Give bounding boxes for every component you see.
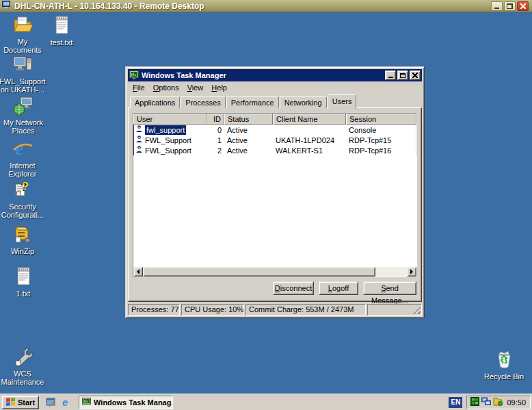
rdp-minimize-button[interactable] <box>491 1 503 11</box>
table-row[interactable]: fwl_support 0 Active Console <box>133 125 416 135</box>
desktop-icon-label: 1.txt <box>16 290 31 298</box>
desktop-icon-test-txt[interactable]: test.txt <box>37 14 86 47</box>
internet-explorer-icon[interactable]: e <box>59 397 70 408</box>
desktop-icon-my-network-places[interactable]: My Network Places <box>0 94 48 135</box>
arrow-right-icon <box>410 269 413 274</box>
desktop-icon-label: WinZip <box>11 247 34 255</box>
language-indicator[interactable]: EN <box>449 397 462 408</box>
desktop-icon-label: test.txt <box>51 38 72 47</box>
arrow-left-icon <box>137 269 139 274</box>
network-connections-icon[interactable] <box>481 397 491 407</box>
horizontal-scrollbar[interactable] <box>133 267 416 277</box>
minimize-icon <box>388 77 393 78</box>
session-id: 0 <box>207 125 224 135</box>
resize-grip[interactable] <box>367 304 422 316</box>
menu-bar: File Options View Help <box>128 81 422 93</box>
window-close-button[interactable] <box>410 71 421 80</box>
security-alert-icon[interactable] <box>493 397 503 407</box>
users-tab-panel: User ID Status Client Name Session fwl_s… <box>128 107 422 302</box>
tab-processes[interactable]: Processes <box>181 97 225 108</box>
desktop-icon-label: FWL_Support on UKATH-... <box>0 77 47 94</box>
scrollbar-thumb[interactable] <box>143 267 375 277</box>
remote-computer-icon <box>12 53 34 75</box>
winzip-icon <box>12 223 34 245</box>
column-header-session[interactable]: Session <box>346 114 416 125</box>
task-button-label: Windows Task Manag... <box>94 398 173 407</box>
column-header-status[interactable]: Status <box>224 114 273 125</box>
session-id: 2 <box>207 146 224 155</box>
close-icon <box>412 73 418 78</box>
rdp-close-button[interactable] <box>517 1 529 11</box>
session-name: Console <box>346 125 416 135</box>
desktop-icon-label: Security Configurati... <box>0 203 47 219</box>
close-icon <box>520 3 526 9</box>
disconnect-button[interactable]: Disconnect <box>273 281 314 295</box>
send-message-button[interactable]: Send Message... <box>363 281 416 295</box>
scroll-right-button[interactable] <box>407 267 416 277</box>
menu-help[interactable]: Help <box>207 83 231 92</box>
menu-view[interactable]: View <box>183 83 208 92</box>
quick-launch: e <box>45 397 70 408</box>
session-status: Active <box>224 146 273 155</box>
taskbar: Start e Windows Task Manag... EN <box>0 394 532 410</box>
desktop-icon-label: Recycle Bin <box>484 372 524 381</box>
desktop-icon-recycle-bin[interactable]: Recycle Bin <box>479 348 529 381</box>
table-row[interactable]: FWL_Support 1 Active UKATH-1LPD024 RDP-T… <box>133 135 416 145</box>
logoff-button[interactable]: Logoff <box>319 281 358 295</box>
window-title: Windows Task Manager <box>142 71 384 79</box>
tab-strip: Applications Processes Performance Netwo… <box>128 94 422 108</box>
lan-connection-icon[interactable] <box>470 397 479 407</box>
window-minimize-button[interactable] <box>385 71 396 80</box>
desktop-icon-label: My Network Places <box>0 118 48 135</box>
rdp-restore-button[interactable] <box>504 1 516 11</box>
window-maximize-button[interactable] <box>397 71 408 80</box>
status-commit-charge: Commit Charge: 553M / 2473M <box>245 304 366 316</box>
desktop-icon-fwl-support-rdp[interactable]: FWL_Support on UKATH-... <box>0 53 47 94</box>
menu-options[interactable]: Options <box>149 83 183 92</box>
remote-desktop-screen: DHL-CN-ATH-L - 10.164.133.40 - Remote De… <box>0 0 532 410</box>
scrollbar-track[interactable] <box>375 267 407 277</box>
taskbar-right: EN 09:50 <box>449 396 531 409</box>
maximize-icon <box>400 73 405 78</box>
task-manager-titlebar[interactable]: Windows Task Manager <box>128 69 422 81</box>
user-icon <box>135 145 143 155</box>
desktop-icon-internet-explorer[interactable]: e Internet Explorer <box>0 138 47 178</box>
users-list[interactable]: User ID Status Client Name Session fwl_s… <box>133 113 417 277</box>
windows-logo-icon <box>5 397 16 407</box>
tab-applications[interactable]: Applications <box>130 97 180 108</box>
desktop[interactable]: My Documents test.txt FWL_Support on UKA… <box>0 12 532 394</box>
user-icon <box>135 135 143 145</box>
rdp-window-controls <box>491 1 529 11</box>
client-name: UKATH-1LPD024 <box>273 136 346 145</box>
scroll-left-button[interactable] <box>133 267 143 277</box>
rdp-connection-bar[interactable]: DHL-CN-ATH-L - 10.164.133.40 - Remote De… <box>0 0 532 12</box>
start-button-label: Start <box>18 398 35 407</box>
tab-networking[interactable]: Networking <box>280 97 327 108</box>
tab-performance[interactable]: Performance <box>226 97 279 108</box>
tab-users[interactable]: Users <box>328 94 357 109</box>
user-name-selected: fwl_support <box>145 125 186 135</box>
session-id: 1 <box>207 136 224 145</box>
task-manager-window: Windows Task Manager File Options View H… <box>125 66 425 318</box>
table-row[interactable]: FWL_Support 2 Active WALKERT-S1 RDP-Tcp#… <box>133 145 416 155</box>
column-header-user[interactable]: User <box>133 114 207 125</box>
taskbar-task-manager-button[interactable]: Windows Task Manag... <box>79 396 173 409</box>
status-processes: Processes: 77 <box>128 304 180 316</box>
column-header-id[interactable]: ID <box>207 114 224 125</box>
minimize-icon <box>494 8 499 9</box>
clock[interactable]: 09:50 <box>507 398 526 407</box>
desktop-icon-wcs-maintenance[interactable]: WCS Maintenance <box>0 346 47 386</box>
start-button[interactable]: Start <box>1 396 39 409</box>
desktop-icon-label: WCS Maintenance <box>0 370 47 386</box>
desktop-icon-security-configuration[interactable]: ?? Security Configurati... <box>0 179 47 219</box>
rdp-title: DHL-CN-ATH-L - 10.164.133.40 - Remote De… <box>14 1 491 11</box>
desktop-icon-winzip[interactable]: WinZip <box>0 223 47 255</box>
show-desktop-icon[interactable] <box>45 397 56 408</box>
desktop-icon-1-txt[interactable]: 1.txt <box>0 266 48 298</box>
column-header-client-name[interactable]: Client Name <box>273 114 346 125</box>
list-empty-area <box>133 155 416 267</box>
session-status: Active <box>224 136 273 145</box>
system-tray: 09:50 <box>466 396 531 409</box>
status-cpu-usage: CPU Usage: 10% <box>181 304 244 316</box>
menu-file[interactable]: File <box>129 83 149 92</box>
